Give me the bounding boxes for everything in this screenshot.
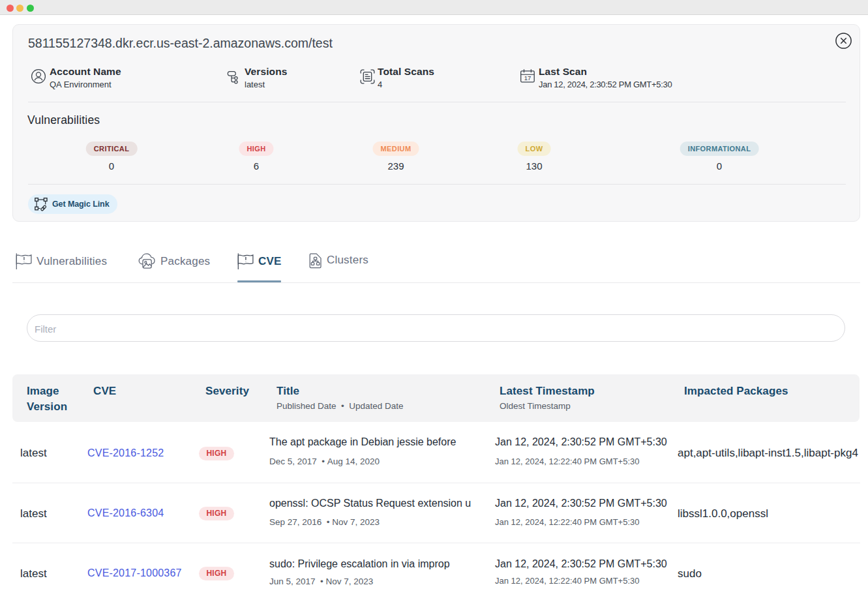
svg-text:17: 17: [524, 74, 531, 82]
